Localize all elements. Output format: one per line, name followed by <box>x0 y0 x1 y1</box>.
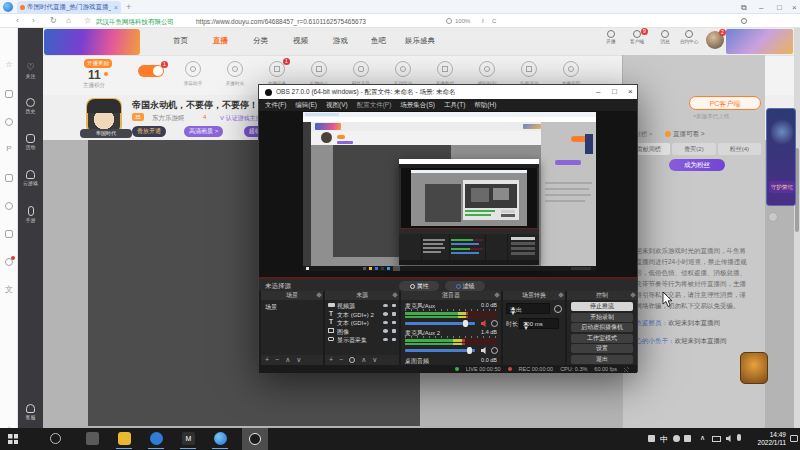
watch-link[interactable]: 直播可看 > <box>673 130 705 139</box>
page-scrollbar[interactable] <box>794 28 800 428</box>
visibility-eye-icon[interactable] <box>383 338 388 342</box>
channel-gear-icon[interactable] <box>491 320 498 327</box>
quality-pill[interactable]: 高清画质 > <box>184 126 223 137</box>
window-close-button[interactable]: × <box>792 3 797 12</box>
microphone-icon[interactable] <box>737 434 741 441</box>
reload-icon[interactable]: ↻ <box>50 16 57 25</box>
resize-grip[interactable] <box>624 367 629 372</box>
clan-badge[interactable] <box>740 352 768 384</box>
menu-help[interactable]: 帮助(H) <box>474 101 496 110</box>
menu-profile[interactable]: 配置文件(P) <box>357 101 392 110</box>
cortana-search-icon[interactable] <box>50 433 61 444</box>
lock-icon[interactable] <box>392 304 396 308</box>
nav-video[interactable]: 视频 <box>293 36 308 46</box>
ime-indicator[interactable]: 中 <box>660 434 668 445</box>
danmu-toggle[interactable] <box>138 65 164 77</box>
volume-icon[interactable] <box>726 435 733 442</box>
window-maximize-button[interactable]: □ <box>777 3 782 12</box>
mixer-dock-title[interactable]: 混音器 <box>401 291 501 300</box>
source-row[interactable]: 图像 <box>325 327 399 335</box>
header-contract[interactable]: 合约中心 <box>677 30 701 45</box>
scene-item[interactable]: 场景 <box>265 303 277 312</box>
taskbar-browser-icon[interactable] <box>214 432 227 445</box>
source-row[interactable]: T 文本 (GDI+) 2 <box>325 310 399 318</box>
lock-icon[interactable] <box>392 338 396 342</box>
taskbar-clock[interactable]: 14:49 2022/1/11 <box>742 431 786 447</box>
tool-academy-icon[interactable] <box>563 61 579 77</box>
workspace-icon[interactable] <box>5 90 13 98</box>
obs-minimize-button[interactable]: – <box>596 87 600 96</box>
taskbar-app-yellow-icon[interactable] <box>118 432 131 445</box>
menu-view[interactable]: 视图(V) <box>326 101 348 110</box>
browser-tab[interactable]: 帝国时代直播_热门游戏直播_斗鱼 S.O × <box>17 1 121 14</box>
streamer-name[interactable]: 东方乐游姬 <box>152 114 185 123</box>
taskbar-app-blue-icon[interactable] <box>150 432 163 445</box>
studio-mode-button[interactable]: 工作室模式 <box>571 334 633 343</box>
header-broadcast[interactable]: 开播 <box>599 30 623 45</box>
scene-down-icon[interactable]: ∨ <box>296 355 301 365</box>
duration-field[interactable]: 300 ms ▲▼ <box>519 318 559 329</box>
guard-promo-card[interactable]: 守护荣坛 <box>766 108 796 206</box>
rail-item-activity[interactable]: 活动 <box>18 134 43 151</box>
sidebar-search-icon[interactable] <box>5 118 13 126</box>
slider-knob[interactable] <box>463 320 468 327</box>
pip-icon[interactable]: ⧉ <box>741 3 747 13</box>
zoom-icon[interactable] <box>446 18 452 24</box>
nav-game[interactable]: 游戏 <box>333 36 348 46</box>
obs-preview-canvas[interactable] <box>259 111 637 277</box>
tab-close-icon[interactable]: × <box>114 4 118 11</box>
start-button-icon[interactable] <box>8 434 18 444</box>
stop-streaming-button[interactable]: 停止推流 <box>571 302 633 311</box>
tool-danmu-icon[interactable] <box>185 61 201 77</box>
taskbar-app1-icon[interactable] <box>86 432 99 445</box>
ev-certificate-company[interactable]: 武汉斗鱼网络科技有限公司 <box>96 18 174 27</box>
nav-category[interactable]: 分类 <box>253 36 268 46</box>
tab-vip[interactable]: 贵宾(2) <box>672 143 715 155</box>
select-arrows-icon[interactable]: ▲▼ <box>510 306 548 315</box>
obs-titlebar[interactable]: OBS 27.0.0 (64-bit windows) - 配置文件: 未命名 … <box>259 85 637 99</box>
nav-yuba[interactable]: 鱼吧 <box>371 36 386 46</box>
cache-icon[interactable]: C <box>492 18 496 24</box>
scene-up-icon[interactable]: ∧ <box>285 355 290 365</box>
browser-logo-icon[interactable] <box>3 2 13 12</box>
tray-misc-icon[interactable] <box>684 435 691 442</box>
streamer-tag-pill[interactable]: 帝国时代 <box>80 129 132 138</box>
tool-yuchi-icon[interactable] <box>521 61 537 77</box>
tool-clock-icon[interactable] <box>227 61 243 77</box>
visibility-eye-icon[interactable] <box>383 304 388 308</box>
noble-pill[interactable]: 贵族开通 <box>132 126 166 137</box>
rail-item-history[interactable]: 历史 <box>18 98 43 115</box>
douyu-logo[interactable] <box>44 29 140 55</box>
tray-expand-icon[interactable]: ∧ <box>700 434 705 442</box>
source-up-icon[interactable]: ∧ <box>361 355 366 365</box>
scenes-dock-title[interactable]: 场景 <box>261 291 323 300</box>
rail-item-mobile[interactable]: 手游 <box>18 206 43 224</box>
become-fan-button[interactable]: 成为粉丝 <box>669 159 725 171</box>
taskbar-obs-active-tile[interactable] <box>242 428 268 450</box>
touch-mode-icon[interactable] <box>741 18 747 24</box>
flag-icon[interactable]: f <box>482 18 484 24</box>
bookmark-star-icon[interactable]: ☆ <box>84 16 91 25</box>
tool-gift-icon[interactable] <box>311 61 327 77</box>
menu-scene-collection[interactable]: 场景集合(S) <box>400 101 435 110</box>
menu-tools[interactable]: 工具(T) <box>444 101 465 110</box>
translate-icon[interactable]: 文 <box>4 284 14 295</box>
settings-button[interactable]: 设置 <box>571 344 633 353</box>
exit-button[interactable]: 退出 <box>571 355 633 364</box>
remove-source-icon[interactable]: − <box>339 355 343 365</box>
promo-collapse-handle[interactable] <box>768 212 778 222</box>
home-icon[interactable]: ⌂ <box>66 16 71 25</box>
tool-interact-icon[interactable] <box>395 61 411 77</box>
pc-client-button[interactable]: PC客户端 <box>689 96 761 110</box>
add-scene-icon[interactable]: + <box>265 355 269 365</box>
gallery-icon[interactable] <box>5 174 13 182</box>
nav-home[interactable]: 首页 <box>173 36 188 46</box>
rail-item-follow[interactable]: ♡ 关注 <box>18 62 43 80</box>
forward-icon[interactable]: › <box>32 16 35 25</box>
properties-button[interactable]: 属性 <box>399 281 439 291</box>
tool-highlight-icon[interactable] <box>479 61 495 77</box>
speaker-icon[interactable] <box>481 347 488 354</box>
camera-icon[interactable] <box>5 230 13 238</box>
volume-slider[interactable] <box>405 349 475 352</box>
visibility-eye-icon[interactable] <box>383 321 388 325</box>
